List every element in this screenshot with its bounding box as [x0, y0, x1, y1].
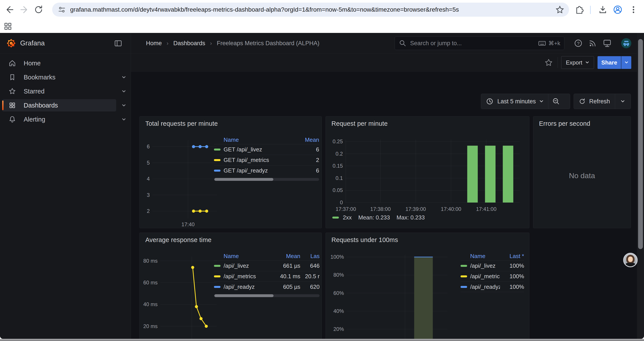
address-bar[interactable]: grafana.mathmast.com/d/deytv4rwavabkb/fr… — [52, 3, 569, 17]
panel-request-per-minute: Request per minute 00.050.10.150.20.2517… — [326, 116, 529, 228]
search-input[interactable]: Search or jump to... ⌘+k — [394, 37, 564, 50]
panel-title[interactable]: Errors per second — [539, 120, 590, 127]
profile-icon[interactable] — [613, 5, 622, 15]
legend-header[interactable]: NameLast * — [460, 252, 524, 260]
legend-scrollbar[interactable] — [214, 178, 319, 181]
svg-text:2: 2 — [147, 208, 150, 214]
browser-toolbar: grafana.mathmast.com/d/deytv4rwavabkb/fr… — [0, 0, 644, 19]
sidebar-item-home[interactable]: Home — [2, 57, 116, 69]
breadcrumb-home[interactable]: Home — [146, 40, 162, 47]
svg-text:0: 0 — [340, 199, 343, 205]
url-text[interactable]: grafana.mathmast.com/d/deytv4rwavabkb/fr… — [70, 6, 555, 13]
news-rss-icon[interactable] — [588, 38, 598, 48]
legend-row[interactable]: GET /api/_metrics2 — [214, 155, 319, 165]
svg-text:0.15: 0.15 — [332, 163, 343, 169]
help-icon[interactable]: ? — [574, 38, 583, 48]
zoom-out-icon[interactable] — [552, 97, 560, 106]
legend-row[interactable]: GET /api/_livez6 — [214, 144, 319, 155]
timeseries-chart[interactable]: 2345617:40 — [142, 137, 220, 228]
share-button[interactable]: Share — [598, 56, 621, 69]
legend-scrollbar[interactable] — [214, 294, 320, 297]
time-range-picker[interactable]: Last 5 minutes — [481, 94, 570, 109]
refresh-label: Refresh — [589, 98, 610, 105]
legend-table: NameMeanGET /api/_livez6GET /api/_metric… — [214, 135, 319, 181]
legend-row[interactable]: /api/_metrics40.1 ms20.5 r — [214, 271, 320, 281]
panel-title[interactable]: Requests under 100ms — [332, 236, 398, 244]
legend-row[interactable]: /api/_livez100% — [460, 260, 524, 271]
dashboard-canvas: Last 5 minutes Refresh Total requests pe… — [131, 72, 644, 339]
site-info-icon[interactable] — [58, 5, 66, 14]
horizontal-scrollbar[interactable] — [0, 339, 644, 341]
extensions-icon[interactable] — [574, 5, 584, 15]
grafana-logo[interactable] — [6, 39, 16, 48]
legend-table: NameMeanLas/api/_livez661 µs646/api/_met… — [214, 252, 320, 297]
browser-menu-icon[interactable] — [629, 5, 638, 15]
sidebar-item-alerting[interactable]: Alerting — [2, 113, 116, 126]
svg-text:6: 6 — [147, 144, 150, 149]
chevron-down-icon — [585, 60, 590, 65]
timeseries-chart[interactable]: 0 s20 ms40 ms60 ms80 ms17:40 — [142, 253, 220, 339]
legend-row[interactable]: /api/_readyz605 µs620 — [214, 281, 320, 292]
chevron-down-icon[interactable] — [120, 102, 127, 109]
series-mean: Mean: 0.233 — [358, 214, 390, 221]
sidebar-item-dashboards[interactable]: Dashboards — [2, 99, 116, 112]
panel-title[interactable]: Average response time — [145, 236, 212, 244]
legend-row[interactable]: /api/_metrics100% — [460, 271, 524, 281]
breadcrumb-dashboards[interactable]: Dashboards — [174, 40, 206, 47]
sidebar-toggle-icon[interactable] — [114, 39, 122, 47]
browser-chrome: grafana.mathmast.com/d/deytv4rwavabkb/fr… — [0, 0, 644, 33]
chevron-down-icon[interactable] — [120, 74, 127, 81]
legend-row[interactable]: GET /api/_readyz6 — [214, 165, 319, 176]
panel-average-response-time: Average response time 0 s20 ms40 ms60 ms… — [140, 233, 322, 339]
legend-inline[interactable]: 2xx Mean: 0.233 Max: 0.233 — [332, 214, 425, 221]
toolbar-divider — [590, 6, 591, 14]
home-icon — [8, 59, 16, 67]
chevron-down-icon[interactable] — [120, 88, 127, 95]
sidebar-item-label: Home — [24, 60, 40, 67]
time-range-label: Last 5 minutes — [497, 98, 536, 105]
export-button[interactable]: Export — [561, 56, 594, 69]
avatar-face — [628, 256, 633, 262]
refresh-button[interactable]: Refresh — [574, 94, 631, 109]
divider — [548, 94, 548, 109]
monitor-icon[interactable] — [602, 38, 612, 48]
star-icon — [8, 87, 16, 95]
panel-total-requests: Total requests per minute 2345617:40 Nam… — [140, 116, 322, 228]
svg-text:17:41:00: 17:41:00 — [476, 206, 496, 212]
reload-button[interactable] — [34, 5, 44, 15]
sidebar-item-bookmarks[interactable]: Bookmarks — [2, 71, 116, 83]
brand-label[interactable]: Grafana — [20, 33, 45, 53]
breadcrumb: Home › Dashboards › Freeleaps Metrics Da… — [146, 33, 319, 54]
forward-button[interactable] — [19, 5, 29, 15]
grafana-header: Grafana Home › Dashboards › Freeleaps Me… — [0, 33, 644, 54]
refresh-icon — [578, 97, 586, 105]
bookmark-star-icon[interactable] — [555, 5, 565, 15]
page-scrollbar-thumb[interactable] — [638, 39, 643, 249]
page-scrollbar-track[interactable] — [637, 33, 644, 339]
favorite-star-icon[interactable] — [544, 58, 553, 67]
panel-title[interactable]: Total requests per minute — [145, 120, 218, 127]
back-button[interactable] — [5, 5, 14, 15]
legend-header[interactable]: NameMean — [214, 135, 319, 144]
apps-grid-icon[interactable] — [3, 22, 13, 31]
legend-header[interactable]: NameMeanLas — [214, 252, 320, 260]
bar-chart[interactable]: 0%20%40%60%80%100%17:40 — [329, 252, 452, 339]
floating-assistant-avatar[interactable] — [623, 253, 638, 267]
bar-chart[interactable]: 00.050.10.150.20.2517:37:0017:38:0017:39… — [329, 137, 525, 213]
chevron-down-icon[interactable] — [120, 116, 127, 123]
legend-row[interactable]: /api/_readyz100% — [460, 281, 524, 292]
sidebar-item-starred[interactable]: Starred — [2, 85, 116, 97]
series-color-pill — [332, 217, 339, 219]
refresh-interval-chevron-icon[interactable] — [620, 99, 625, 104]
panel-errors-per-second: Errors per second No data — [533, 116, 631, 228]
user-avatar[interactable] — [621, 38, 631, 48]
panel-title[interactable]: Request per minute — [332, 120, 388, 127]
bell-icon — [8, 115, 16, 123]
series-name: 2xx — [343, 214, 352, 221]
breadcrumb-separator: › — [166, 40, 168, 47]
sidebar-item-label: Starred — [24, 88, 44, 95]
legend-row[interactable]: /api/_livez661 µs646 — [214, 260, 320, 271]
download-icon[interactable] — [598, 5, 608, 15]
svg-text:5: 5 — [147, 160, 150, 166]
share-menu-button[interactable] — [621, 56, 631, 69]
